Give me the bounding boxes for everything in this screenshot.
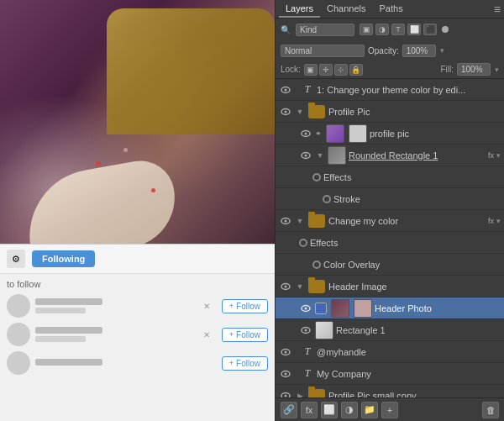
svg-point-9 — [285, 219, 287, 222]
opacity-input[interactable] — [402, 45, 436, 57]
layer-item[interactable]: T @myhandle — [276, 341, 504, 363]
panel-menu-icon[interactable]: ≡ — [494, 3, 501, 16]
visibility-icon[interactable] — [279, 83, 292, 97]
follow-item-name — [35, 298, 102, 305]
follow-button[interactable]: + Follow — [222, 356, 268, 371]
kind-select[interactable]: Kind — [296, 24, 354, 36]
svg-point-1 — [285, 88, 287, 91]
svg-point-13 — [305, 307, 307, 309]
visibility-icon[interactable] — [299, 149, 312, 162]
lock-artboard-button[interactable]: ⊹ — [334, 64, 348, 76]
follow-item-subtitle — [35, 308, 86, 313]
layer-item[interactable]: ▼ Change my color fx ▾ — [276, 210, 504, 232]
new-group-button[interactable]: 📁 — [361, 402, 378, 418]
expand-icon[interactable]: ▼ — [295, 107, 305, 117]
social-panel: ⚙ Following to follow ✕ + Follow — [0, 244, 275, 421]
tab-layers[interactable]: Layers — [279, 1, 320, 18]
panel-tabs: Layers Channels Paths ≡ — [276, 0, 504, 18]
lock-icons: ▣ ✛ ⊹ 🔒 — [304, 64, 363, 76]
blend-mode-row: Normal Opacity: ▾ — [276, 40, 504, 61]
plus-icon: + — [229, 359, 234, 367]
visibility-icon[interactable] — [299, 302, 312, 315]
visibility-icon[interactable] — [279, 105, 292, 118]
blend-mode-select[interactable]: Normal — [281, 45, 365, 57]
type-filter-icon[interactable]: T — [391, 24, 405, 35]
effect-circle-icon — [323, 195, 331, 203]
fill-input[interactable] — [457, 63, 491, 76]
layer-name: Change my color — [328, 216, 484, 226]
lock-label: Lock: — [281, 65, 301, 74]
follow-item-info — [35, 359, 217, 368]
svg-point-5 — [305, 132, 307, 134]
dismiss-icon[interactable]: ✕ — [203, 302, 210, 311]
layer-item[interactable]: ⚭ profile pic — [276, 123, 504, 145]
new-adjustment-button[interactable]: ◑ — [341, 402, 358, 418]
shape-filter-icon[interactable]: ⬜ — [407, 24, 421, 35]
follow-button[interactable]: + Follow — [222, 328, 268, 342]
layer-item[interactable]: Color Overlay — [276, 254, 504, 276]
dismiss-icon[interactable]: ✕ — [203, 330, 210, 339]
visibility-icon[interactable] — [299, 324, 312, 337]
visibility-icon[interactable] — [279, 367, 292, 381]
layer-mask-thumb — [349, 124, 367, 143]
lock-move-button[interactable]: ✛ — [319, 64, 333, 76]
svg-point-3 — [285, 110, 287, 113]
expand-icon[interactable]: ▼ — [295, 216, 305, 226]
visibility-icon[interactable] — [299, 127, 312, 140]
delete-layer-button[interactable]: 🗑 — [482, 402, 499, 418]
visibility-icon[interactable] — [279, 280, 292, 293]
lock-all-button[interactable]: 🔒 — [349, 64, 363, 76]
pixel-filter-icon[interactable]: ▣ — [360, 24, 373, 35]
expand-icon[interactable]: ▼ — [315, 150, 325, 161]
text-type-icon: T — [301, 367, 314, 381]
smartobj-filter-icon[interactable]: ⬛ — [423, 24, 437, 35]
plus-icon: + — [229, 330, 234, 339]
layer-item[interactable]: Header Photo — [276, 297, 504, 319]
add-style-button[interactable]: fx — [301, 402, 318, 418]
expand-icon[interactable]: ▶ — [295, 391, 305, 398]
layer-name: My Company — [317, 369, 501, 379]
layers-bottom-toolbar: 🔗 fx ⬜ ◑ 📁 + 🗑 — [276, 397, 504, 421]
tab-paths[interactable]: Paths — [373, 1, 410, 18]
lock-pixels-button[interactable]: ▣ — [304, 64, 318, 76]
layer-thumb — [328, 146, 346, 165]
layer-item[interactable]: ▼ Rounded Rectangle 1 fx ▾ — [276, 145, 504, 166]
layer-item[interactable]: Stroke — [276, 188, 504, 210]
layer-item[interactable]: Rectangle 1 — [276, 319, 504, 341]
folder-icon — [308, 389, 325, 398]
layer-item[interactable]: ▶ Profile Pic small copy — [276, 385, 504, 397]
layer-item[interactable]: ▼ Profile Pic — [276, 101, 504, 123]
fx-arrow: ▾ — [496, 151, 501, 160]
expand-icon[interactable]: ▼ — [295, 282, 305, 292]
follow-button[interactable]: + Follow — [222, 299, 268, 313]
following-button[interactable]: Following — [32, 250, 95, 267]
follow-item: + Follow — [7, 351, 268, 375]
filter-dot — [442, 26, 449, 33]
tab-channels[interactable]: Channels — [320, 1, 372, 18]
link-icon: ⚭ — [315, 129, 322, 138]
visibility-icon[interactable] — [279, 214, 292, 228]
adjustment-filter-icon[interactable]: ◑ — [375, 24, 389, 35]
canvas-panel: ⚙ Following to follow ✕ + Follow — [0, 0, 275, 421]
plus-icon: + — [229, 302, 234, 310]
follow-item-name — [35, 359, 102, 366]
layer-item[interactable]: T 1: Change your theme color by edi... — [276, 79, 504, 101]
add-mask-button[interactable]: ⬜ — [321, 402, 338, 418]
fill-chevron[interactable]: ▾ — [495, 66, 499, 74]
layer-item[interactable]: Effects — [276, 166, 504, 188]
opacity-chevron[interactable]: ▾ — [440, 46, 444, 55]
visibility-icon[interactable] — [279, 345, 292, 359]
layer-item[interactable]: T My Company — [276, 363, 504, 385]
new-layer-button[interactable]: + — [381, 402, 398, 418]
layer-mask-thumb — [354, 299, 372, 318]
follow-section-label: to follow — [7, 279, 268, 289]
layer-item[interactable]: ▼ Header Image — [276, 276, 504, 297]
link-layers-button[interactable]: 🔗 — [281, 402, 297, 418]
layer-item[interactable]: Effects — [276, 232, 504, 254]
folder-icon — [308, 214, 325, 228]
canvas-area — [0, 0, 275, 269]
layer-thumb — [326, 124, 344, 143]
kind-row: 🔍 Kind ▣ ◑ T ⬜ ⬛ — [276, 18, 504, 40]
visibility-icon[interactable] — [279, 389, 292, 398]
settings-button[interactable]: ⚙ — [7, 250, 25, 268]
